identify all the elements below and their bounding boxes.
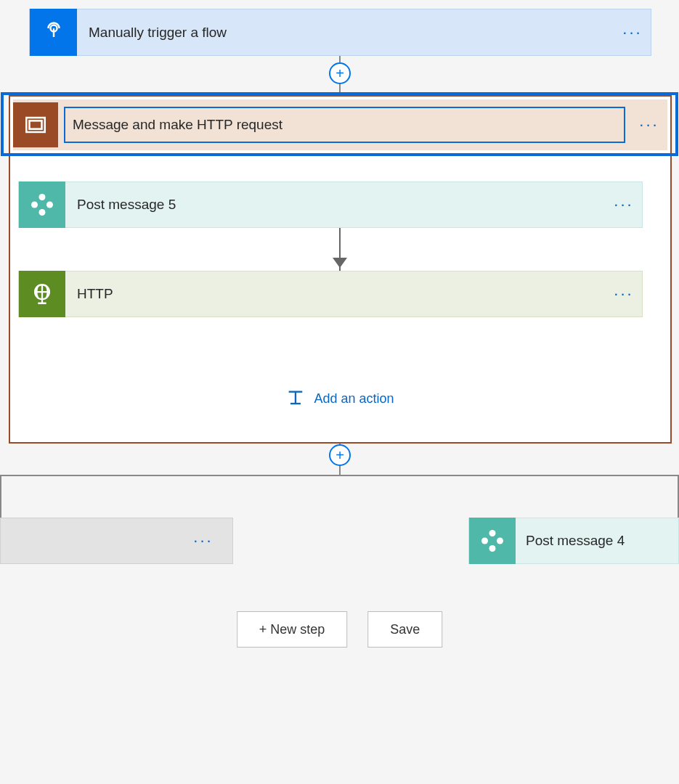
http-title: HTTP: [65, 286, 606, 302]
branch-line: [0, 475, 679, 476]
post-message-more-button[interactable]: ···: [606, 195, 642, 214]
branch-right-title: Post message 4: [516, 533, 678, 549]
scope-title-input[interactable]: [64, 107, 625, 143]
svg-rect-11: [489, 545, 496, 552]
trigger-title: Manually trigger a flow: [77, 25, 614, 41]
add-step-button[interactable]: +: [329, 444, 351, 466]
add-action-icon: [285, 388, 305, 409]
branch-right-card[interactable]: Post message 4: [468, 518, 679, 564]
scope-icon: [13, 102, 58, 147]
svg-rect-6: [39, 209, 46, 216]
trigger-card[interactable]: Manually trigger a flow ···: [29, 9, 651, 56]
new-step-button[interactable]: + New step: [237, 611, 348, 648]
arrow-icon: [333, 258, 347, 268]
globe-icon: [19, 271, 65, 317]
footer-buttons: + New step Save: [237, 611, 443, 648]
branch-left-more-button[interactable]: ···: [185, 531, 221, 550]
svg-rect-9: [481, 538, 488, 544]
svg-rect-10: [497, 538, 503, 544]
branch-line: [0, 475, 1, 518]
http-more-button[interactable]: ···: [606, 285, 642, 303]
svg-rect-4: [31, 202, 38, 208]
post-message-title: Post message 5: [65, 197, 606, 213]
scope-header: ···: [13, 99, 667, 150]
http-card[interactable]: HTTP ···: [18, 271, 643, 317]
svg-rect-8: [489, 530, 496, 536]
trigger-more-button[interactable]: ···: [614, 23, 651, 42]
save-button[interactable]: Save: [367, 611, 442, 648]
slack-icon: [19, 181, 65, 228]
post-message-card[interactable]: Post message 5 ···: [18, 181, 643, 228]
branch-left-card[interactable]: ···: [0, 518, 233, 564]
svg-rect-3: [39, 194, 46, 200]
slack-icon: [469, 518, 516, 564]
flow-canvas: Manually trigger a flow ··· + ··· P: [0, 0, 679, 784]
svg-rect-5: [46, 202, 53, 208]
add-step-button[interactable]: +: [329, 62, 351, 84]
scope-more-button[interactable]: ···: [631, 115, 667, 134]
add-action-button[interactable]: Add an action: [285, 388, 394, 409]
svg-rect-2: [30, 121, 42, 128]
add-action-label: Add an action: [314, 391, 394, 407]
tap-icon: [30, 9, 77, 56]
